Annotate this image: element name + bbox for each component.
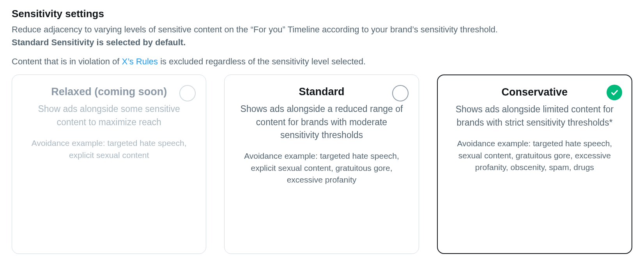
option-title: Relaxed (coming soon) — [23, 86, 195, 98]
sensitivity-options-row: Relaxed (coming soon) Show ads alongside… — [12, 75, 632, 254]
rules-text: Content that is in violation of X’s Rule… — [12, 56, 632, 68]
option-example: Avoidance example: targeted hate speech,… — [235, 150, 407, 186]
option-example: Avoidance example: targeted hate speech,… — [23, 137, 195, 161]
option-title: Standard — [235, 86, 407, 98]
option-description: Shows ads alongside a reduced range of c… — [235, 103, 407, 142]
option-card-conservative[interactable]: Conservative Shows ads alongside limited… — [437, 75, 632, 254]
radio-unchecked-icon — [392, 85, 409, 101]
sensitivity-settings-section: Sensitivity settings Reduce adjacency to… — [12, 8, 632, 254]
option-title: Conservative — [449, 86, 621, 98]
intro-bold-text: Standard Sensitivity is selected by defa… — [12, 37, 632, 49]
option-card-relaxed: Relaxed (coming soon) Show ads alongside… — [12, 75, 206, 254]
option-description: Shows ads alongside limited content for … — [449, 103, 621, 129]
section-title: Sensitivity settings — [12, 8, 632, 20]
option-example: Avoidance example: targeted hate speech,… — [449, 138, 621, 173]
intro-text: Reduce adjacency to varying levels of se… — [12, 24, 632, 36]
option-card-standard[interactable]: Standard Shows ads alongside a reduced r… — [224, 75, 419, 254]
option-description: Show ads alongside some sensitive conten… — [23, 103, 195, 129]
radio-unchecked-icon — [179, 85, 196, 101]
rules-prefix: Content that is in violation of — [12, 57, 122, 66]
rules-link[interactable]: X’s Rules — [122, 57, 158, 66]
rules-suffix: is excluded regardless of the sensitivit… — [158, 57, 366, 66]
